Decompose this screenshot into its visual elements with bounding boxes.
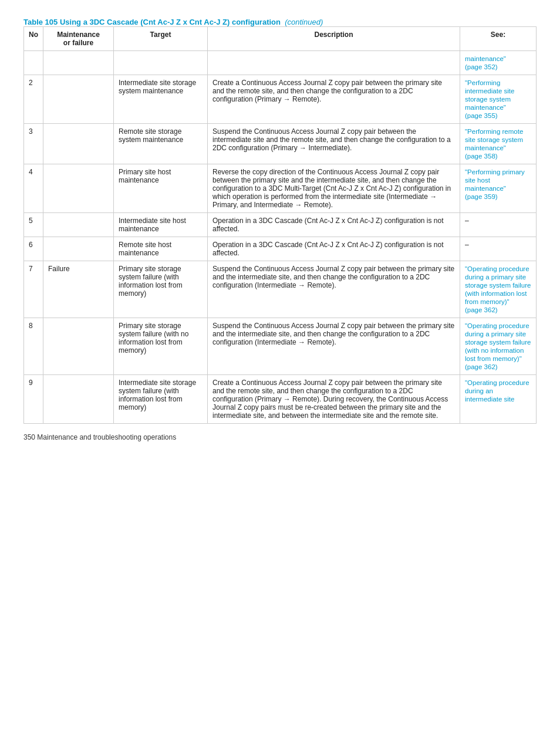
header-no: No (24, 27, 43, 51)
table-row: 5 Intermediate site host maintenance Ope… (24, 213, 537, 237)
cell-no: 7 (24, 261, 43, 318)
cell-see: maintenance"(page 352) (460, 51, 537, 75)
header-see: See: (460, 27, 537, 51)
cell-target: Primary site storage system failure (wit… (114, 318, 208, 375)
table-title: Table 105 Using a 3DC Cascade (Cnt Ac-J … (23, 18, 537, 26)
cell-see: "Performing primary site host maintenanc… (460, 164, 537, 213)
cell-target: Primary site host maintenance (114, 164, 208, 213)
cell-see: "Operating procedure during an intermedi… (460, 375, 537, 424)
cell-maintenance (43, 75, 114, 124)
cell-no: 2 (24, 75, 43, 124)
cell-target: Remote site host maintenance (114, 237, 208, 261)
cell-maintenance (43, 237, 114, 261)
cell-no: 5 (24, 213, 43, 237)
header-description: Description (208, 27, 460, 51)
table-row: 8 Primary site storage system failure (w… (24, 318, 537, 375)
table-row: 9 Intermediate site storage system failu… (24, 375, 537, 424)
cell-see: – (460, 213, 537, 237)
table-row: maintenance"(page 352) (24, 51, 537, 75)
cell-no: 3 (24, 124, 43, 164)
cell-see: "Performing intermediate site storage sy… (460, 75, 537, 124)
table-row: 3 Remote site storage system maintenance… (24, 124, 537, 164)
cell-description: Suspend the Continuous Access Journal Z … (208, 261, 460, 318)
cell-target: Intermediate site host maintenance (114, 213, 208, 237)
cell-description: Suspend the Continuous Access Journal Z … (208, 318, 460, 375)
cell-see: "Performing remote site storage system m… (460, 124, 537, 164)
cell-maintenance (43, 51, 114, 75)
cell-see: – (460, 237, 537, 261)
cell-maintenance: Failure (43, 261, 114, 318)
page-footer: 350 Maintenance and troubleshooting oper… (23, 433, 537, 441)
cell-maintenance (43, 318, 114, 375)
cell-target: Remote site storage system maintenance (114, 124, 208, 164)
cell-description (208, 51, 460, 75)
cell-no: 6 (24, 237, 43, 261)
cell-maintenance (43, 213, 114, 237)
cell-target (114, 51, 208, 75)
cell-description: Create a Continuous Access Journal Z cop… (208, 75, 460, 124)
cell-target: Primary site storage system failure (wit… (114, 261, 208, 318)
cell-no: 8 (24, 318, 43, 375)
cell-description: Create a Continuous Access Journal Z cop… (208, 375, 460, 424)
title-continued: (continued) (285, 18, 323, 26)
table-row: 4 Primary site host maintenance Reverse … (24, 164, 537, 213)
cell-target: Intermediate site storage system failure… (114, 375, 208, 424)
cell-maintenance (43, 124, 114, 164)
cell-description: Operation in a 3DC Cascade (Cnt Ac-J Z x… (208, 213, 460, 237)
cell-description: Operation in a 3DC Cascade (Cnt Ac-J Z x… (208, 237, 460, 261)
table-header-row: No Maintenanceor failure Target Descript… (24, 27, 537, 51)
cell-see: "Operating procedure during a primary si… (460, 261, 537, 318)
cell-target: Intermediate site storage system mainten… (114, 75, 208, 124)
cell-description: Suspend the Continuous Access Journal Z … (208, 124, 460, 164)
cell-see: "Operating procedure during a primary si… (460, 318, 537, 375)
header-maintenance: Maintenanceor failure (43, 27, 114, 51)
cell-description: Reverse the copy direction of the Contin… (208, 164, 460, 213)
cell-no: 9 (24, 375, 43, 424)
table-row: 7 Failure Primary site storage system fa… (24, 261, 537, 318)
main-table: No Maintenanceor failure Target Descript… (23, 26, 537, 424)
cell-no: 4 (24, 164, 43, 213)
header-target: Target (114, 27, 208, 51)
table-row: 2 Intermediate site storage system maint… (24, 75, 537, 124)
table-row: 6 Remote site host maintenance Operation… (24, 237, 537, 261)
cell-no (24, 51, 43, 75)
cell-maintenance (43, 375, 114, 424)
title-main: Table 105 Using a 3DC Cascade (Cnt Ac-J … (23, 18, 281, 26)
cell-maintenance (43, 164, 114, 213)
